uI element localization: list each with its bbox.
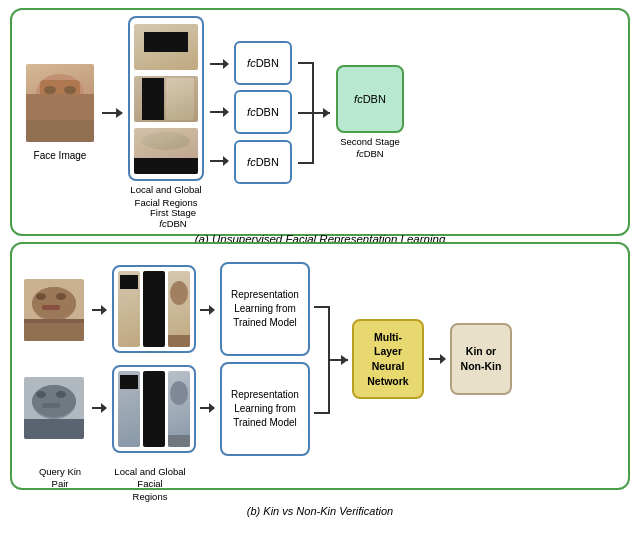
fcdbn-label-2: fc — [247, 106, 256, 118]
second-stage-text: Second StagefcDBN — [340, 136, 400, 161]
bot-arrow-col-1 — [92, 262, 108, 457]
bot-merge-connector — [314, 262, 348, 457]
arrow-to-fcdbn3 — [210, 160, 228, 162]
query-kin-label: Query KinPair — [28, 466, 92, 503]
top-diagram: Face Image — [10, 8, 630, 236]
bot-arrow-2 — [92, 407, 106, 409]
arrow-to-fcdbn2 — [210, 111, 228, 113]
face-pairs-col — [24, 262, 88, 457]
first-stage-label: First StagefcDBN — [144, 207, 202, 229]
fcdbn-label-1: fc — [247, 57, 256, 69]
bot-regions-col — [112, 262, 196, 457]
kinnonkin-col: Kin or Non-Kin — [450, 262, 512, 457]
face-image — [26, 64, 94, 142]
regions-box — [128, 16, 204, 181]
first-stage-label-row: First StagefcDBN — [24, 207, 616, 229]
repr-label-1: Representation Learning from Trained Mod… — [231, 288, 299, 330]
bottom-diagram-caption: (b) Kin vs Non-Kin Verification — [24, 505, 616, 517]
merge-connector — [298, 40, 330, 185]
bot-arrow-3 — [200, 309, 214, 311]
repr-box-1: Representation Learning from Trained Mod… — [220, 262, 310, 356]
bot-region-2c — [168, 371, 190, 447]
fcdbn-box-3: fcDBN — [234, 140, 292, 184]
bot-region-2b — [143, 371, 165, 447]
mlnn-label: Multi- Layer Neural Network — [367, 330, 408, 389]
face-image-block: Face Image — [24, 64, 96, 162]
main-container: Face Image — [10, 8, 630, 490]
arrow-1 — [102, 74, 122, 152]
kinnonkin-label: Kin or Non-Kin — [461, 344, 502, 373]
second-stage-label: fc — [354, 93, 363, 105]
repr-label-2: Representation Learning from Trained Mod… — [231, 388, 299, 430]
bot-region-1a — [118, 271, 140, 347]
region-thumb-3 — [134, 128, 198, 174]
fcdbn-box-2: fcDBN — [234, 90, 292, 134]
mlnn-col: Multi- Layer Neural Network — [352, 262, 424, 457]
bottom-diagram: Representation Learning from Trained Mod… — [10, 242, 630, 490]
region-thumb-1 — [134, 24, 198, 70]
bot-regions-box-2 — [112, 365, 196, 453]
bot-final-arrow — [428, 262, 446, 457]
arrow-right-1 — [102, 112, 122, 114]
bot-region-1b — [143, 271, 165, 347]
arrow-to-fcdbn1 — [210, 63, 228, 65]
region-thumb-2 — [134, 76, 198, 122]
arrow-to-kinnonkin — [429, 358, 445, 360]
bot-regions-box-1 — [112, 265, 196, 353]
bot-region-1c — [168, 271, 190, 347]
bot-arrow-4 — [200, 407, 214, 409]
face-pair-2-img — [24, 377, 84, 439]
bot-local-global-label: Local and Global FacialRegions — [108, 466, 192, 503]
bot-arrow-1 — [92, 309, 106, 311]
fcdbn-box-1: fcDBN — [234, 41, 292, 85]
first-stage-arrows — [210, 40, 228, 185]
bot-arrow-col-2 — [200, 262, 216, 457]
second-stage-fcdbn: fcDBN — [336, 65, 404, 133]
bot-region-2a — [118, 371, 140, 447]
first-stage-fcdbn-col: fcDBN fcDBN fcDBN — [234, 40, 292, 185]
bottom-labels-row: Query KinPair Local and Global FacialReg… — [24, 466, 616, 503]
second-stage-col: fcDBN Second StagefcDBN — [336, 65, 404, 161]
kinnonkin-box: Kin or Non-Kin — [450, 323, 512, 395]
repr-box-2: Representation Learning from Trained Mod… — [220, 362, 310, 456]
mlnn-box: Multi- Layer Neural Network — [352, 319, 424, 399]
regions-col: Local and GlobalFacial Regions — [128, 16, 204, 209]
fcdbn-label-3: fc — [247, 156, 256, 168]
face-image-label: Face Image — [34, 149, 87, 162]
repr-boxes-col: Representation Learning from Trained Mod… — [220, 262, 310, 457]
local-global-label: Local and GlobalFacial Regions — [130, 184, 201, 209]
face-pair-1-img — [24, 279, 84, 341]
